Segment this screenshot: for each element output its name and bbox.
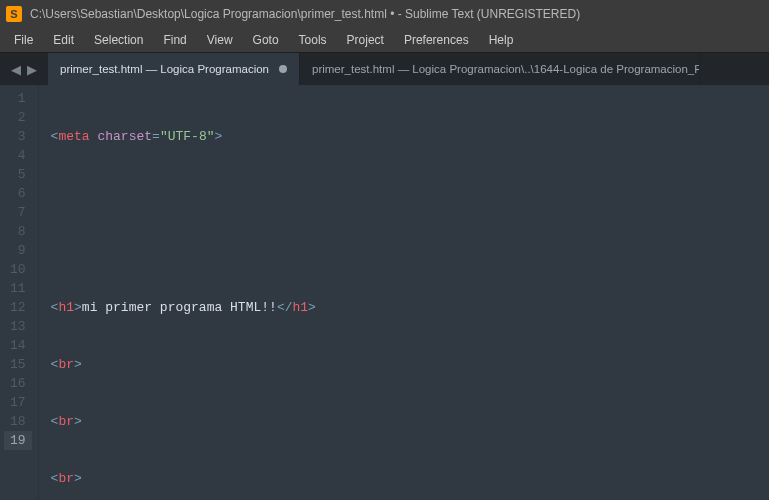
line-number: 11 [10, 279, 26, 298]
menu-view[interactable]: View [197, 29, 243, 51]
tab-prev-icon[interactable]: ◀ [8, 62, 24, 77]
menu-bar: File Edit Selection Find View Goto Tools… [0, 28, 769, 53]
code-area[interactable]: <meta charset="UTF-8"> <h1>mi primer pro… [39, 85, 769, 500]
tab-inactive[interactable]: primer_test.html — Logica Programacion\.… [300, 53, 700, 85]
menu-project[interactable]: Project [337, 29, 394, 51]
tab-active[interactable]: primer_test.html — Logica Programacion [48, 53, 300, 85]
menu-file[interactable]: File [4, 29, 43, 51]
line-number: 16 [10, 374, 26, 393]
line-number: 18 [10, 412, 26, 431]
app-icon: S [6, 6, 22, 22]
tab-label: primer_test.html — Logica Programacion\.… [312, 63, 700, 75]
line-number: 9 [10, 241, 26, 260]
code-line [51, 184, 769, 203]
line-number: 17 [10, 393, 26, 412]
editor-area: 1 2 3 4 5 6 7 8 9 10 11 12 13 14 15 16 1… [0, 85, 769, 500]
line-number: 2 [10, 108, 26, 127]
tab-bar: ◀ ▶ primer_test.html — Logica Programaci… [0, 53, 769, 85]
menu-preferences[interactable]: Preferences [394, 29, 479, 51]
line-number: 6 [10, 184, 26, 203]
line-number: 14 [10, 336, 26, 355]
line-number: 10 [10, 260, 26, 279]
line-number: 3 [10, 127, 26, 146]
menu-goto[interactable]: Goto [243, 29, 289, 51]
line-gutter: 1 2 3 4 5 6 7 8 9 10 11 12 13 14 15 16 1… [0, 85, 39, 500]
line-number: 5 [10, 165, 26, 184]
line-number: 15 [10, 355, 26, 374]
code-line: <meta charset="UTF-8"> [51, 127, 769, 146]
line-number: 12 [10, 298, 26, 317]
menu-help[interactable]: Help [479, 29, 524, 51]
menu-selection[interactable]: Selection [84, 29, 153, 51]
menu-tools[interactable]: Tools [289, 29, 337, 51]
window-titlebar: S C:\Users\Sebastian\Desktop\Logica Prog… [0, 0, 769, 28]
menu-edit[interactable]: Edit [43, 29, 84, 51]
code-line: <br> [51, 469, 769, 488]
line-number-current: 19 [4, 431, 32, 450]
code-line: <br> [51, 355, 769, 374]
line-number: 4 [10, 146, 26, 165]
tab-next-icon[interactable]: ▶ [24, 62, 40, 77]
code-line: <h1>mi primer programa HTML!!</h1> [51, 298, 769, 317]
line-number: 1 [10, 89, 26, 108]
code-line: <br> [51, 412, 769, 431]
menu-find[interactable]: Find [153, 29, 196, 51]
window-title: C:\Users\Sebastian\Desktop\Logica Progra… [30, 7, 580, 21]
tab-dirty-indicator-icon [279, 65, 287, 73]
tab-label: primer_test.html — Logica Programacion [60, 63, 269, 75]
tab-nav-arrows: ◀ ▶ [0, 53, 48, 85]
line-number: 7 [10, 203, 26, 222]
line-number: 13 [10, 317, 26, 336]
code-line [51, 241, 769, 260]
line-number: 8 [10, 222, 26, 241]
